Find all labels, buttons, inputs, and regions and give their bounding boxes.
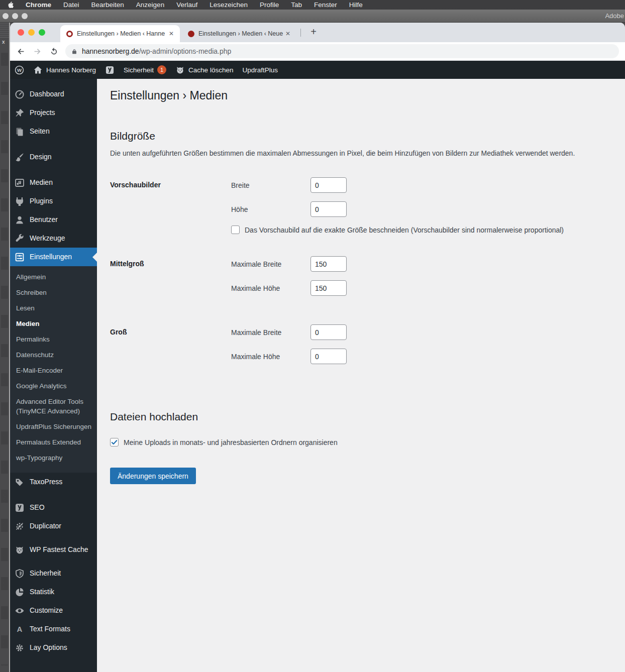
panel-close-icon[interactable]: x [2,39,5,45]
sidebar-item-benutzer[interactable]: Benutzer [10,210,97,229]
user-icon [15,215,25,225]
tab-active[interactable]: Einstellungen › Medien ‹ Hanne ✕ [60,25,180,42]
updraftplus-menu[interactable]: UpdraftPlus [238,61,282,79]
sidebar-item-wp-fastest-cache[interactable]: WP Fastest Cache [10,535,97,564]
address-bar[interactable]: hannesnorberg.de/wp-admin/options-media.… [65,44,619,58]
gear-slash-icon [15,521,25,531]
save-changes-button[interactable]: Änderungen speichern [110,468,196,484]
submenu-datenschutz[interactable]: Datenschutz [10,347,97,363]
sidebar-item-seo[interactable]: SEO [10,498,97,517]
fullscreen-window-button[interactable] [39,29,45,36]
submenu-medien[interactable]: Medien [10,316,97,331]
bg-close-button[interactable] [3,13,9,19]
sidebar-item-statistik[interactable]: Statistik [10,583,97,601]
medium-label: Mittelgroß [110,256,231,304]
settings-media-page: Einstellungen › Medien Bildgröße Die unt… [97,79,625,672]
clear-cache-label: Cache löschen [188,66,233,74]
cheetah-icon [15,545,25,555]
thumb-width-input[interactable] [310,177,347,193]
menubar-item-fenster[interactable]: Fenster [314,1,337,9]
sidebar-item-werkzeuge[interactable]: Werkzeuge [10,229,97,248]
submenu-wp-typography[interactable]: wp-Typography [10,450,97,466]
close-window-button[interactable] [18,29,24,36]
menubar-item-tab[interactable]: Tab [291,1,302,9]
sidebar-item-dashboard[interactable]: Dashboard [10,85,97,103]
sidebar-item-text-formats[interactable]: A Text Formats [10,620,97,638]
minimize-window-button[interactable] [28,29,35,36]
tab2-favicon [188,31,194,37]
sidebar-item-seiten[interactable]: Seiten [10,122,97,141]
letter-a-icon: A [15,624,25,634]
background-window-title: Adobe [605,12,624,20]
menubar-item-chrome[interactable]: Chrome [26,1,51,9]
pie-chart-icon [15,587,25,597]
menubar-item-lesezeichen[interactable]: Lesezeichen [210,1,248,9]
thumb-height-input[interactable] [310,201,347,217]
tab2-close-icon[interactable]: ✕ [283,29,292,38]
tab1-title: Einstellungen › Medien ‹ Hanne [77,30,167,37]
menu-separator [10,141,97,148]
medium-width-input[interactable] [310,256,347,272]
menubar-item-bearbeiten[interactable]: Bearbeiten [91,1,124,9]
tab-inactive[interactable]: Einstellungen › Medien ‹ Neue ✕ [182,25,296,42]
thumbnails-row: Vorschaubilder Breite Höhe Das Vorsch [110,177,615,234]
wp-logo-menu[interactable]: W [10,61,29,79]
panel-thumbnails [1,53,8,665]
medium-height-input[interactable] [310,280,347,296]
sidebar-item-einstellungen[interactable]: Einstellungen [10,248,97,266]
sidebar-item-taxopress[interactable]: TaxoPress [10,473,97,491]
sidebar-item-customize[interactable]: Customize [10,601,97,620]
forward-button[interactable] [31,45,43,57]
site-name-menu[interactable]: Hannes Norberg [29,61,100,79]
sidebar-item-projects[interactable]: Projects [10,103,97,122]
large-width-input[interactable] [310,324,347,340]
bg-minimize-button[interactable] [12,13,18,19]
media-settings-form: Vorschaubilder Breite Höhe Das Vorsch [110,177,615,373]
sidebar-item-plugins[interactable]: Plugins [10,192,97,210]
sidebar-item-duplicator[interactable]: Duplicator [10,517,97,535]
submenu-updraftplus[interactable]: UpdraftPlus Sicherungen [10,419,97,434]
menubar-item-verlauf[interactable]: Verlauf [176,1,197,9]
large-height-label: Maximale Höhe [231,353,310,361]
tab1-favicon [66,31,73,37]
site-name-label: Hannes Norberg [46,66,96,74]
new-tab-button[interactable]: + [306,25,321,39]
security-menu[interactable]: Sicherheit 1 [119,61,171,79]
yoast-seo-icon [15,503,25,513]
paintbrush-icon [15,152,25,162]
apple-icon[interactable] [7,1,14,9]
submenu-lesen[interactable]: Lesen [10,300,97,316]
sidebar-item-medien[interactable]: Medien [10,173,97,192]
organize-uploads-checkbox[interactable] [110,438,119,446]
menubar-item-profile[interactable]: Profile [260,1,279,9]
submenu-advanced-editor-tools[interactable]: Advanced Editor Tools (TinyMCE Advanced) [10,394,97,419]
reload-button[interactable] [48,45,60,57]
crop-checkbox[interactable] [231,226,240,234]
current-menu-arrow [92,253,97,262]
menubar-item-anzeigen[interactable]: Anzeigen [136,1,164,9]
medium-width-label: Maximale Breite [231,260,310,268]
submenu-google-analytics[interactable]: Google Analytics [10,378,97,394]
background-window-controls[interactable] [3,13,28,19]
menubar-item-hilfe[interactable]: Hilfe [349,1,363,9]
eye-icon [15,606,25,616]
sidebar-item-lay-options[interactable]: Lay Options [10,638,97,657]
submenu-permalauts-extended[interactable]: Permalauts Extended [10,434,97,450]
bg-zoom-button[interactable] [22,13,28,19]
back-button[interactable] [15,45,27,57]
clear-cache-menu[interactable]: Cache löschen [171,61,238,79]
uploads-heading: Dateien hochladen [110,411,615,423]
menubar-item-datei[interactable]: Datei [63,1,79,9]
submenu-permalinks[interactable]: Permalinks [10,331,97,347]
large-width-label: Maximale Breite [231,328,310,337]
yoast-menu[interactable] [100,61,119,79]
submenu-schreiben[interactable]: Schreiben [10,285,97,300]
sidebar-item-design[interactable]: Design [10,148,97,166]
medium-height-label: Maximale Höhe [231,284,310,292]
submenu-allgemein[interactable]: Allgemein [10,269,97,285]
large-height-input[interactable] [310,349,347,364]
einstellungen-submenu: Allgemein Schreiben Lesen Medien Permali… [10,266,97,473]
submenu-email-encoder[interactable]: E-Mail-Encoder [10,363,97,378]
sidebar-item-sicherheit[interactable]: Sicherheit [10,564,97,583]
tab1-close-icon[interactable]: ✕ [167,29,176,38]
